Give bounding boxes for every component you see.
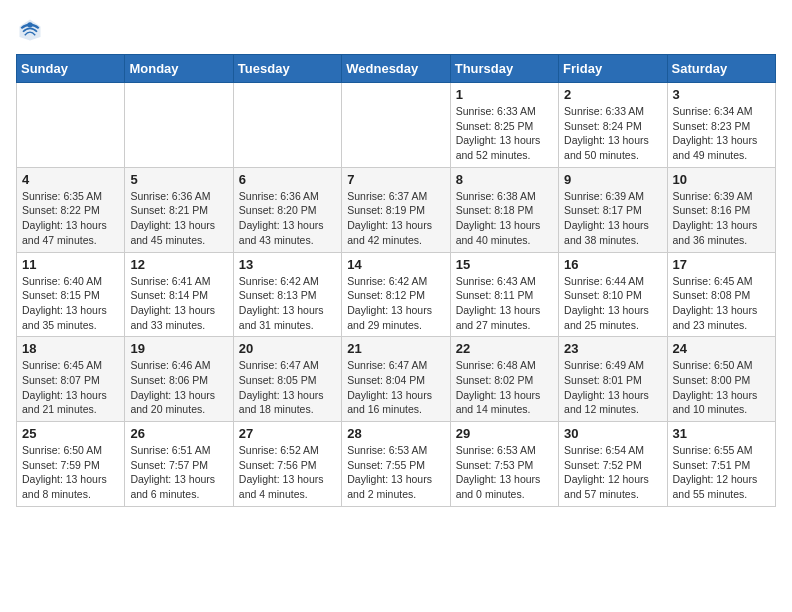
calendar-cell: 31Sunrise: 6:55 AM Sunset: 7:51 PM Dayli…: [667, 422, 775, 507]
day-number: 6: [239, 172, 336, 187]
calendar-cell: 17Sunrise: 6:45 AM Sunset: 8:08 PM Dayli…: [667, 252, 775, 337]
day-detail: Sunrise: 6:43 AM Sunset: 8:11 PM Dayligh…: [456, 274, 553, 333]
weekday-header-tuesday: Tuesday: [233, 55, 341, 83]
day-number: 8: [456, 172, 553, 187]
day-detail: Sunrise: 6:40 AM Sunset: 8:15 PM Dayligh…: [22, 274, 119, 333]
day-number: 2: [564, 87, 661, 102]
day-detail: Sunrise: 6:41 AM Sunset: 8:14 PM Dayligh…: [130, 274, 227, 333]
day-detail: Sunrise: 6:47 AM Sunset: 8:05 PM Dayligh…: [239, 358, 336, 417]
weekday-header-sunday: Sunday: [17, 55, 125, 83]
weekday-header-thursday: Thursday: [450, 55, 558, 83]
day-number: 18: [22, 341, 119, 356]
calendar-cell: 14Sunrise: 6:42 AM Sunset: 8:12 PM Dayli…: [342, 252, 450, 337]
day-detail: Sunrise: 6:33 AM Sunset: 8:25 PM Dayligh…: [456, 104, 553, 163]
calendar-week-2: 4Sunrise: 6:35 AM Sunset: 8:22 PM Daylig…: [17, 167, 776, 252]
calendar-cell: [125, 83, 233, 168]
day-detail: Sunrise: 6:46 AM Sunset: 8:06 PM Dayligh…: [130, 358, 227, 417]
calendar-cell: 30Sunrise: 6:54 AM Sunset: 7:52 PM Dayli…: [559, 422, 667, 507]
calendar-cell: 9Sunrise: 6:39 AM Sunset: 8:17 PM Daylig…: [559, 167, 667, 252]
calendar-cell: 11Sunrise: 6:40 AM Sunset: 8:15 PM Dayli…: [17, 252, 125, 337]
calendar-cell: 27Sunrise: 6:52 AM Sunset: 7:56 PM Dayli…: [233, 422, 341, 507]
calendar-week-3: 11Sunrise: 6:40 AM Sunset: 8:15 PM Dayli…: [17, 252, 776, 337]
calendar-cell: 3Sunrise: 6:34 AM Sunset: 8:23 PM Daylig…: [667, 83, 775, 168]
day-number: 12: [130, 257, 227, 272]
logo: [16, 16, 48, 44]
calendar-cell: 4Sunrise: 6:35 AM Sunset: 8:22 PM Daylig…: [17, 167, 125, 252]
day-number: 24: [673, 341, 770, 356]
weekday-header-friday: Friday: [559, 55, 667, 83]
calendar-cell: 18Sunrise: 6:45 AM Sunset: 8:07 PM Dayli…: [17, 337, 125, 422]
calendar-cell: 12Sunrise: 6:41 AM Sunset: 8:14 PM Dayli…: [125, 252, 233, 337]
day-detail: Sunrise: 6:48 AM Sunset: 8:02 PM Dayligh…: [456, 358, 553, 417]
calendar-week-5: 25Sunrise: 6:50 AM Sunset: 7:59 PM Dayli…: [17, 422, 776, 507]
calendar-header: SundayMondayTuesdayWednesdayThursdayFrid…: [17, 55, 776, 83]
day-detail: Sunrise: 6:52 AM Sunset: 7:56 PM Dayligh…: [239, 443, 336, 502]
day-detail: Sunrise: 6:50 AM Sunset: 7:59 PM Dayligh…: [22, 443, 119, 502]
day-number: 4: [22, 172, 119, 187]
day-number: 28: [347, 426, 444, 441]
day-number: 9: [564, 172, 661, 187]
calendar-cell: [17, 83, 125, 168]
calendar-cell: 15Sunrise: 6:43 AM Sunset: 8:11 PM Dayli…: [450, 252, 558, 337]
calendar-cell: [233, 83, 341, 168]
day-detail: Sunrise: 6:55 AM Sunset: 7:51 PM Dayligh…: [673, 443, 770, 502]
svg-point-2: [27, 22, 32, 27]
calendar-week-4: 18Sunrise: 6:45 AM Sunset: 8:07 PM Dayli…: [17, 337, 776, 422]
weekday-header-wednesday: Wednesday: [342, 55, 450, 83]
day-number: 1: [456, 87, 553, 102]
calendar-cell: 6Sunrise: 6:36 AM Sunset: 8:20 PM Daylig…: [233, 167, 341, 252]
day-detail: Sunrise: 6:37 AM Sunset: 8:19 PM Dayligh…: [347, 189, 444, 248]
day-number: 22: [456, 341, 553, 356]
page-header: [16, 16, 776, 44]
day-number: 23: [564, 341, 661, 356]
day-number: 29: [456, 426, 553, 441]
day-detail: Sunrise: 6:47 AM Sunset: 8:04 PM Dayligh…: [347, 358, 444, 417]
day-detail: Sunrise: 6:35 AM Sunset: 8:22 PM Dayligh…: [22, 189, 119, 248]
calendar-cell: 10Sunrise: 6:39 AM Sunset: 8:16 PM Dayli…: [667, 167, 775, 252]
day-detail: Sunrise: 6:36 AM Sunset: 8:21 PM Dayligh…: [130, 189, 227, 248]
day-number: 21: [347, 341, 444, 356]
day-number: 13: [239, 257, 336, 272]
calendar-cell: 23Sunrise: 6:49 AM Sunset: 8:01 PM Dayli…: [559, 337, 667, 422]
weekday-row: SundayMondayTuesdayWednesdayThursdayFrid…: [17, 55, 776, 83]
weekday-header-saturday: Saturday: [667, 55, 775, 83]
calendar-cell: 21Sunrise: 6:47 AM Sunset: 8:04 PM Dayli…: [342, 337, 450, 422]
day-detail: Sunrise: 6:45 AM Sunset: 8:08 PM Dayligh…: [673, 274, 770, 333]
calendar-cell: 25Sunrise: 6:50 AM Sunset: 7:59 PM Dayli…: [17, 422, 125, 507]
calendar-cell: 28Sunrise: 6:53 AM Sunset: 7:55 PM Dayli…: [342, 422, 450, 507]
calendar-cell: 13Sunrise: 6:42 AM Sunset: 8:13 PM Dayli…: [233, 252, 341, 337]
day-number: 11: [22, 257, 119, 272]
day-detail: Sunrise: 6:53 AM Sunset: 7:55 PM Dayligh…: [347, 443, 444, 502]
day-detail: Sunrise: 6:49 AM Sunset: 8:01 PM Dayligh…: [564, 358, 661, 417]
calendar-table: SundayMondayTuesdayWednesdayThursdayFrid…: [16, 54, 776, 507]
day-detail: Sunrise: 6:45 AM Sunset: 8:07 PM Dayligh…: [22, 358, 119, 417]
day-number: 17: [673, 257, 770, 272]
calendar-cell: 19Sunrise: 6:46 AM Sunset: 8:06 PM Dayli…: [125, 337, 233, 422]
day-detail: Sunrise: 6:33 AM Sunset: 8:24 PM Dayligh…: [564, 104, 661, 163]
calendar-cell: 16Sunrise: 6:44 AM Sunset: 8:10 PM Dayli…: [559, 252, 667, 337]
day-detail: Sunrise: 6:36 AM Sunset: 8:20 PM Dayligh…: [239, 189, 336, 248]
calendar-cell: [342, 83, 450, 168]
calendar-cell: 7Sunrise: 6:37 AM Sunset: 8:19 PM Daylig…: [342, 167, 450, 252]
day-number: 20: [239, 341, 336, 356]
day-detail: Sunrise: 6:38 AM Sunset: 8:18 PM Dayligh…: [456, 189, 553, 248]
calendar-week-1: 1Sunrise: 6:33 AM Sunset: 8:25 PM Daylig…: [17, 83, 776, 168]
day-number: 15: [456, 257, 553, 272]
day-number: 5: [130, 172, 227, 187]
day-number: 3: [673, 87, 770, 102]
calendar-cell: 2Sunrise: 6:33 AM Sunset: 8:24 PM Daylig…: [559, 83, 667, 168]
day-detail: Sunrise: 6:39 AM Sunset: 8:16 PM Dayligh…: [673, 189, 770, 248]
day-number: 16: [564, 257, 661, 272]
day-detail: Sunrise: 6:44 AM Sunset: 8:10 PM Dayligh…: [564, 274, 661, 333]
calendar-cell: 29Sunrise: 6:53 AM Sunset: 7:53 PM Dayli…: [450, 422, 558, 507]
logo-icon: [16, 16, 44, 44]
day-number: 31: [673, 426, 770, 441]
calendar-cell: 5Sunrise: 6:36 AM Sunset: 8:21 PM Daylig…: [125, 167, 233, 252]
day-detail: Sunrise: 6:42 AM Sunset: 8:12 PM Dayligh…: [347, 274, 444, 333]
day-detail: Sunrise: 6:54 AM Sunset: 7:52 PM Dayligh…: [564, 443, 661, 502]
calendar-cell: 24Sunrise: 6:50 AM Sunset: 8:00 PM Dayli…: [667, 337, 775, 422]
day-detail: Sunrise: 6:34 AM Sunset: 8:23 PM Dayligh…: [673, 104, 770, 163]
day-number: 25: [22, 426, 119, 441]
weekday-header-monday: Monday: [125, 55, 233, 83]
day-number: 30: [564, 426, 661, 441]
